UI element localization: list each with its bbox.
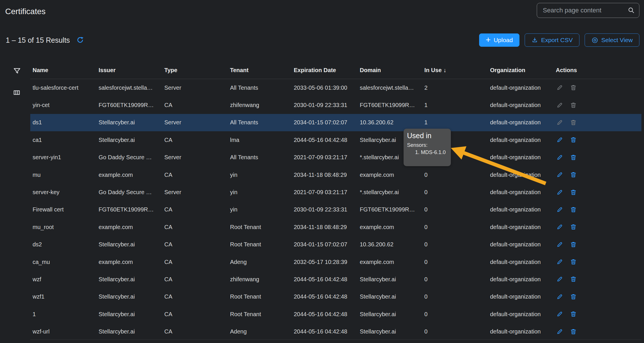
table-row[interactable]: Firewall certFGT60ETK19099R…CAyin2030-01…	[30, 201, 641, 218]
refresh-button[interactable]	[76, 36, 84, 44]
cell-issuer: FGT60ETK19099R…	[99, 102, 164, 108]
column-header-label: In Use	[424, 67, 442, 74]
used-in-tooltip: Used in Sensors: 1. MDS-6.1.0	[404, 129, 451, 166]
column-header-label: Expiration Date	[294, 67, 336, 74]
delete-button[interactable]	[570, 206, 577, 213]
cell-actions	[556, 328, 641, 335]
delete-button[interactable]	[570, 171, 577, 179]
delete-button[interactable]	[570, 84, 577, 91]
cell-organization: default-organization	[490, 102, 556, 108]
export-csv-button-label: Export CSV	[541, 37, 573, 44]
edit-button[interactable]	[556, 275, 563, 283]
cell-type: CA	[164, 102, 230, 108]
delete-button[interactable]	[570, 310, 577, 318]
table-row[interactable]: muexample.comCAyin2034-11-18 08:48:29exa…	[30, 166, 641, 183]
cell-name: tlu-salesforce-cert	[33, 85, 99, 91]
edit-button[interactable]	[556, 223, 563, 231]
trash-icon	[570, 293, 577, 301]
edit-button[interactable]	[556, 241, 563, 248]
edit-button[interactable]	[556, 136, 563, 144]
edit-button[interactable]	[556, 206, 563, 213]
delete-button[interactable]	[570, 328, 577, 335]
trash-icon	[570, 275, 577, 283]
cell-in-use: 0	[424, 172, 490, 178]
delete-button[interactable]	[570, 241, 577, 248]
cell-tenant: All Tenants	[230, 154, 294, 161]
select-view-button[interactable]: Select View	[585, 33, 639, 47]
cell-expiration: 2034-01-15 07:02:07	[294, 241, 360, 248]
edit-button[interactable]	[556, 328, 563, 335]
delete-button[interactable]	[570, 223, 577, 231]
edit-button[interactable]	[556, 258, 563, 266]
table-row[interactable]: ds1Stellarcyber.aiServerAll Tenants2034-…	[30, 114, 641, 131]
trash-icon	[570, 154, 577, 161]
cell-tenant: zhifenwang	[230, 276, 294, 283]
edit-button[interactable]	[556, 189, 563, 196]
table-row[interactable]: 1Stellarcyber.aiCARoot Tenant2044-05-16 …	[30, 305, 641, 323]
edit-button[interactable]	[556, 154, 563, 161]
cell-in-use: 2	[424, 85, 490, 91]
export-csv-button[interactable]: Export CSV	[525, 33, 579, 47]
delete-button[interactable]	[570, 275, 577, 283]
table-row[interactable]: wzfStellarcyber.aiCAzhifenwang2044-05-16…	[30, 271, 641, 288]
column-header-issuer[interactable]: Issuer	[99, 67, 164, 74]
cell-expiration: 2030-01-09 22:33:31	[294, 206, 360, 213]
delete-button[interactable]	[570, 189, 577, 196]
search-input[interactable]	[542, 6, 628, 14]
table-row[interactable]: ds2Stellarcyber.aiCARoot Tenant2034-01-1…	[30, 236, 641, 253]
cell-actions	[556, 206, 641, 213]
cell-domain: example.com	[360, 172, 424, 178]
table-header: NameIssuerTypeTenantExpiration DateDomai…	[30, 62, 641, 79]
cell-name: mu	[33, 172, 99, 178]
table-row[interactable]: ca_muexample.comCAAdeng2032-05-17 10:28:…	[30, 253, 641, 271]
edit-button[interactable]	[556, 310, 563, 318]
table-row[interactable]: wzf-urlStellarcyber.aiCAAdeng2044-05-16 …	[30, 323, 641, 340]
edit-button[interactable]	[556, 171, 563, 179]
edit-button[interactable]	[556, 84, 563, 91]
table-row[interactable]: ca1Stellarcyber.aiCAlma2044-05-16 04:42:…	[30, 131, 641, 149]
table-row[interactable]: server-yin1Go Daddy Secure …ServerAll Te…	[30, 149, 641, 166]
delete-button[interactable]	[570, 119, 577, 126]
pencil-icon	[556, 154, 563, 161]
select-view-button-label: Select View	[601, 37, 633, 44]
cell-expiration: 2032-05-17 10:28:39	[294, 259, 360, 265]
column-header-domain[interactable]: Domain	[360, 67, 424, 74]
column-header-in-use[interactable]: In Use↓	[424, 67, 490, 74]
cell-actions	[556, 154, 641, 161]
table-row[interactable]: wzf1Stellarcyber.aiCARoot Tenant2044-05-…	[30, 288, 641, 305]
cell-issuer: example.com	[99, 224, 164, 230]
cell-domain: salesforcejwt.stella…	[360, 85, 424, 91]
delete-button[interactable]	[570, 258, 577, 266]
trash-icon	[570, 258, 577, 266]
table-row[interactable]: server-keyGo Daddy Secure …Serveryin2021…	[30, 183, 641, 201]
edit-button[interactable]	[556, 102, 563, 109]
edit-button[interactable]	[556, 119, 563, 126]
delete-button[interactable]	[570, 136, 577, 144]
column-header-organization[interactable]: Organization	[490, 67, 556, 74]
page-search-box[interactable]	[537, 3, 639, 18]
cell-issuer: Stellarcyber.ai	[99, 293, 164, 300]
pencil-icon	[556, 275, 563, 283]
column-header-type[interactable]: Type	[164, 67, 230, 74]
delete-button[interactable]	[570, 293, 577, 301]
column-header-actions[interactable]: Actions	[556, 67, 641, 74]
cell-issuer: Stellarcyber.ai	[99, 276, 164, 283]
column-header-tenant[interactable]: Tenant	[230, 67, 294, 74]
edit-button[interactable]	[556, 293, 563, 301]
delete-button[interactable]	[570, 102, 577, 109]
trash-icon	[570, 84, 577, 91]
cell-name: Firewall cert	[33, 206, 99, 213]
column-header-expiration-date[interactable]: Expiration Date	[294, 67, 360, 74]
upload-button[interactable]: + Upload	[479, 33, 519, 47]
search-icon[interactable]	[628, 7, 635, 14]
table-row[interactable]: tlu-salesforce-certsalesforcejwt.stella……	[30, 79, 641, 96]
delete-button[interactable]	[570, 154, 577, 161]
cell-name: yin-cet	[33, 102, 99, 108]
filter-icon[interactable]	[12, 67, 22, 76]
column-header-name[interactable]: Name	[33, 67, 99, 74]
cell-issuer: Stellarcyber.ai	[99, 137, 164, 143]
table-row[interactable]: yin-cetFGT60ETK19099R…CAzhifenwang2030-0…	[30, 96, 641, 114]
cell-name: wzf-url	[33, 328, 99, 335]
table-row[interactable]: mu_rootexample.comCARoot Tenant2034-11-1…	[30, 218, 641, 236]
table-columns-icon[interactable]	[13, 89, 21, 97]
